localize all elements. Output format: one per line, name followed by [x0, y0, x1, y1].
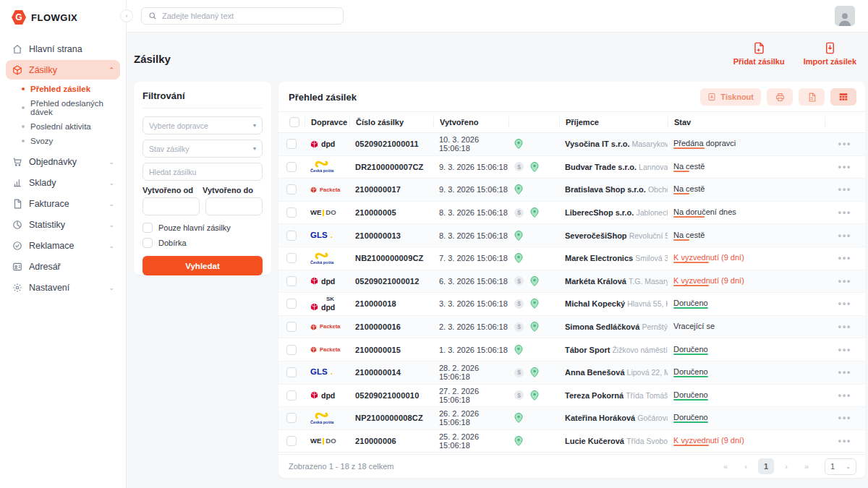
row-actions-menu[interactable]: •••: [838, 253, 852, 263]
table-row[interactable]: SK dpd Česká pošta: [278, 385, 865, 408]
row-actions-menu[interactable]: •••: [838, 345, 852, 355]
row-checkbox[interactable]: [286, 139, 297, 149]
search-input[interactable]: [162, 12, 336, 20]
sidebar-item-shipments-overview[interactable]: Přehled zásilek: [6, 82, 120, 96]
row-actions-menu[interactable]: •••: [838, 390, 852, 401]
status-select[interactable]: Stav zásilky ▾: [142, 140, 263, 158]
row-actions-menu[interactable]: •••: [838, 162, 852, 172]
current-page[interactable]: 1: [758, 458, 774, 474]
row-checkbox[interactable]: [286, 413, 297, 423]
select-all-checkbox[interactable]: [289, 117, 299, 127]
table-row[interactable]: SK dpd Česká pošta: [278, 224, 865, 247]
column-number[interactable]: Číslo zásilky: [349, 116, 433, 128]
row-checkbox[interactable]: [286, 367, 297, 377]
table-row[interactable]: SK dpd Česká pošta: [278, 156, 865, 179]
recipient: Kateřina Horáková Gočárova třída 18, Hra…: [559, 414, 668, 422]
dpd-logo: dpd: [310, 391, 335, 399]
table-row[interactable]: SK dpd Česká pošta: [278, 407, 865, 430]
next-page-button[interactable]: ›: [778, 458, 794, 474]
row-checkbox[interactable]: [286, 276, 297, 286]
row-actions-menu[interactable]: •••: [838, 436, 852, 446]
column-carrier[interactable]: Dopravce: [305, 116, 349, 128]
sidebar-item-shipments[interactable]: Zásilky ⌃: [6, 60, 120, 80]
table-row[interactable]: SK dpd Česká pošta: [278, 316, 865, 339]
gear-icon: [12, 282, 22, 293]
table-row[interactable]: SK dpd Česká pošta: [278, 179, 865, 202]
sidebar-item-claims[interactable]: Reklamace ⌄: [6, 236, 120, 255]
status-progress-bar: [673, 239, 705, 241]
cod-checkbox[interactable]: Dobírka: [142, 238, 263, 248]
chevron-down-icon: ⌄: [109, 158, 114, 166]
row-checkbox[interactable]: [286, 184, 297, 194]
row-checkbox[interactable]: [286, 207, 297, 218]
prev-page-button[interactable]: ‹: [738, 458, 754, 474]
pagination: « ‹ 1 › » 1 ⌄: [718, 458, 856, 475]
row-checkbox[interactable]: [286, 299, 297, 309]
column-created[interactable]: Vytvořeno: [433, 116, 509, 128]
row-actions-menu[interactable]: •••: [838, 207, 852, 218]
sidebar-item-addressbook[interactable]: Adresář: [6, 257, 120, 276]
printer-button[interactable]: [767, 88, 793, 106]
row-checkbox[interactable]: [286, 390, 297, 401]
cod-label: Dobírka: [158, 239, 187, 247]
main-shipments-label: Pouze hlavní zásilky: [158, 223, 231, 232]
row-checkbox[interactable]: [286, 345, 297, 355]
column-recipient[interactable]: Příjemce: [559, 116, 668, 128]
sidebar-item-last-activity[interactable]: Poslední aktivita: [6, 119, 120, 134]
row-actions-menu[interactable]: •••: [838, 413, 852, 423]
row-actions-menu[interactable]: •••: [838, 184, 852, 194]
row-actions-menu[interactable]: •••: [838, 276, 852, 286]
row-checkbox[interactable]: [286, 436, 297, 446]
status-cell: Doručeno: [668, 345, 825, 355]
sidebar-item-sent-batches[interactable]: Přehled odeslaných dávek: [6, 96, 120, 119]
sidebar-item-invoicing[interactable]: Fakturace ⌄: [6, 194, 120, 213]
date-from-input[interactable]: [142, 197, 200, 215]
carrier-select[interactable]: Vyberte dopravce ▾: [142, 116, 263, 134]
row-checkbox[interactable]: [286, 322, 297, 332]
row-actions-menu[interactable]: •••: [838, 367, 852, 377]
row-checkbox[interactable]: [286, 162, 297, 172]
status-badge: Předána dopravci: [673, 139, 736, 147]
table-view-button[interactable]: [830, 88, 856, 106]
shipment-search-input[interactable]: Hledat zásilku: [142, 163, 263, 181]
row-actions-menu[interactable]: •••: [838, 139, 852, 149]
page-size-select[interactable]: 1 ⌄: [825, 458, 856, 475]
carrier-logo: SK dpd Česká pošta: [310, 296, 349, 311]
date-to-input[interactable]: [205, 197, 263, 215]
table-row[interactable]: SK dpd Česká pošta: [278, 247, 865, 270]
carrier-logo: SK dpd Česká pošta: [310, 391, 349, 399]
sidebar-item-settings[interactable]: Nastavení ⌄: [6, 278, 120, 297]
packeta-ball-icon: [310, 346, 317, 353]
main-shipments-checkbox[interactable]: Pouze hlavní zásilky: [142, 223, 263, 233]
table-row[interactable]: SK dpd Česká pošta: [278, 133, 865, 156]
row-actions-menu[interactable]: •••: [838, 231, 852, 241]
sidebar-item-home[interactable]: Hlavní strana: [6, 39, 120, 59]
global-search[interactable]: [141, 7, 344, 25]
table-row[interactable]: SK dpd Česká pošta: [278, 270, 865, 294]
sidebar-collapse-button[interactable]: ‹: [120, 9, 133, 22]
table-row[interactable]: SK dpd Česká pošta: [278, 293, 865, 316]
last-page-button[interactable]: »: [799, 458, 814, 474]
table-row[interactable]: SK dpd Česká pošta: [278, 361, 865, 385]
export-file-button[interactable]: [799, 88, 825, 106]
status-badge: Doručeno: [673, 299, 708, 307]
table-row[interactable]: SK dpd Česká pošta: [278, 338, 865, 361]
sidebar-item-pickups[interactable]: Svozy: [6, 134, 120, 148]
user-avatar[interactable]: [835, 6, 855, 26]
first-page-button[interactable]: «: [718, 458, 733, 474]
row-checkbox[interactable]: [286, 253, 297, 263]
sidebar-item-statistics[interactable]: Statistiky ⌄: [6, 215, 120, 234]
sidebar-item-warehouses[interactable]: Sklady ⌄: [6, 173, 120, 192]
import-shipments-button[interactable]: Import zásilek: [804, 41, 856, 66]
sidebar-item-orders[interactable]: Objednávky ⌄: [6, 152, 120, 171]
row-checkbox[interactable]: [286, 231, 297, 241]
column-status[interactable]: Stav: [668, 116, 825, 128]
search-submit-button[interactable]: Vyhledat: [142, 256, 263, 275]
print-button[interactable]: Tisknout: [700, 88, 761, 106]
row-actions-menu[interactable]: •••: [838, 299, 852, 309]
recipient: Vysočina IT s.r.o. Masarykovo náměstí 1: [559, 140, 668, 148]
table-row[interactable]: SK dpd Česká pošta: [278, 430, 865, 453]
add-shipment-button[interactable]: Přidat zásilku: [733, 41, 785, 66]
row-actions-menu[interactable]: •••: [838, 322, 852, 332]
table-row[interactable]: SK dpd Česká pošta: [278, 202, 865, 225]
